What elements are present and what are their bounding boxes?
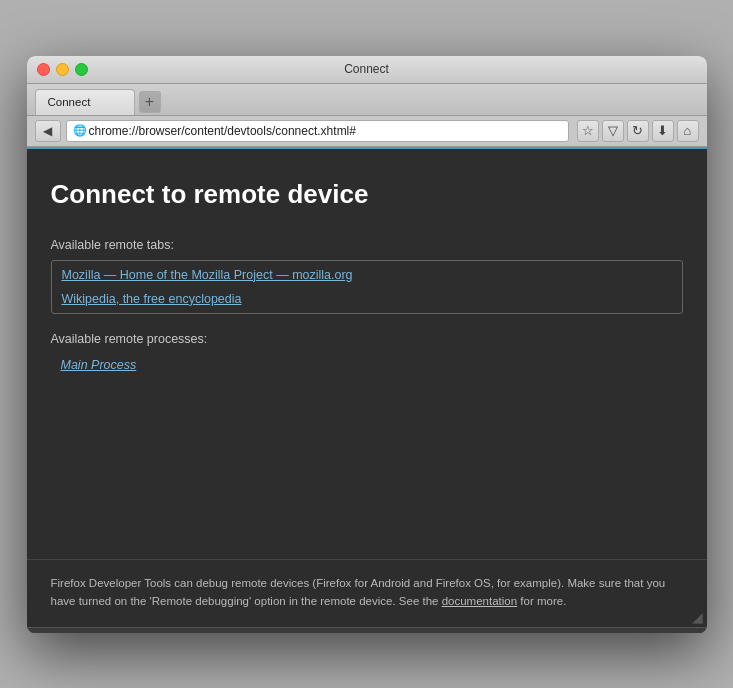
- window-title: Connect: [344, 62, 389, 76]
- active-tab[interactable]: Connect: [35, 89, 135, 115]
- remote-tabs-box: Mozilla — Home of the Mozilla Project — …: [51, 260, 683, 314]
- browser-window: Connect Connect + ◀ 🌐 chrome://browser/c…: [27, 56, 707, 633]
- new-tab-button[interactable]: +: [139, 91, 161, 113]
- remote-tab-mozilla[interactable]: Mozilla — Home of the Mozilla Project — …: [52, 263, 682, 287]
- home-icon[interactable]: ⌂: [677, 120, 699, 142]
- new-tab-icon: +: [145, 93, 154, 111]
- toolbar-icons: ☆ ▽ ↻ ⬇ ⌂: [577, 120, 699, 142]
- documentation-link[interactable]: documentation: [442, 595, 517, 607]
- back-button[interactable]: ◀: [35, 120, 61, 142]
- reload-icon[interactable]: ↻: [627, 120, 649, 142]
- page-content: Connect to remote device Available remot…: [27, 147, 707, 627]
- close-button[interactable]: [37, 63, 50, 76]
- url-globe-icon: 🌐: [73, 124, 87, 137]
- minimize-button[interactable]: [56, 63, 69, 76]
- back-icon: ◀: [43, 124, 52, 138]
- bookmark-alt-icon[interactable]: ▽: [602, 120, 624, 142]
- tab-bar: Connect +: [27, 84, 707, 116]
- main-process-link[interactable]: Main Process: [51, 356, 683, 374]
- url-text: chrome://browser/content/devtools/connec…: [89, 124, 356, 138]
- title-bar: Connect: [27, 56, 707, 84]
- tab-label: Connect: [48, 96, 91, 108]
- available-tabs-label: Available remote tabs:: [51, 238, 683, 252]
- footer-text: Firefox Developer Tools can debug remote…: [27, 559, 707, 627]
- traffic-lights: [37, 63, 88, 76]
- resize-handle[interactable]: ◢: [692, 609, 703, 625]
- page-title: Connect to remote device: [51, 179, 683, 210]
- maximize-button[interactable]: [75, 63, 88, 76]
- window-bottom-bar: [27, 627, 707, 633]
- url-bar: ◀ 🌐 chrome://browser/content/devtools/co…: [27, 116, 707, 147]
- available-processes-label: Available remote processes:: [51, 332, 683, 346]
- download-icon[interactable]: ⬇: [652, 120, 674, 142]
- footer-content: Firefox Developer Tools can debug remote…: [51, 577, 666, 607]
- bookmark-icon[interactable]: ☆: [577, 120, 599, 142]
- url-input[interactable]: 🌐 chrome://browser/content/devtools/conn…: [66, 120, 569, 142]
- remote-tab-wikipedia[interactable]: Wikipedia, the free encyclopedia: [52, 287, 682, 311]
